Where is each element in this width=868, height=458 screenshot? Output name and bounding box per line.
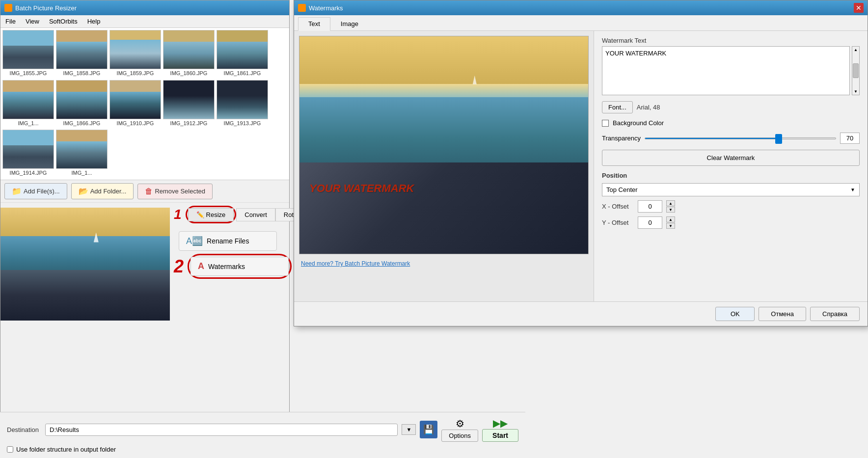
destination-label: Destination	[7, 426, 41, 433]
list-item[interactable]: IMG_1914.JPG	[2, 130, 54, 178]
tab-text[interactable]: Text	[298, 17, 330, 31]
destination-icon[interactable]: 💾	[420, 421, 437, 438]
x-offset-down[interactable]: ▼	[666, 207, 675, 213]
x-offset-input[interactable]	[638, 200, 662, 213]
transparency-slider[interactable]	[645, 137, 836, 139]
ok-button[interactable]: OK	[715, 307, 755, 321]
thumbnail-label: IMG_1914.JPG	[2, 170, 54, 176]
list-item[interactable]: IMG_1910.JPG	[109, 80, 161, 128]
dialog-tab-bar: Text Image	[294, 15, 868, 31]
step-1-label: 1	[174, 207, 182, 222]
remove-selected-label: Remove Selected	[155, 188, 205, 195]
thumbnail-label: IMG_1910.JPG	[109, 120, 161, 126]
font-display: Arial, 48	[637, 104, 660, 111]
destination-dropdown-btn[interactable]: ▼	[402, 424, 416, 435]
dialog-preview-panel: YOUR WATERMARK Need more? Try Batch Pict…	[294, 31, 594, 323]
scrollbar-thumb[interactable]	[853, 63, 859, 78]
menu-softorbits[interactable]: SoftOrbits	[47, 17, 80, 26]
menu-view[interactable]: View	[24, 17, 41, 26]
position-section: Position Top Center ▼ X - Offset ▲ ▼	[602, 172, 860, 229]
watermark-text-input[interactable]	[602, 46, 850, 95]
dialog-preview-image: YOUR WATERMARK	[299, 36, 589, 254]
start-area: ▶▶ Start	[482, 417, 518, 442]
thumbnail-label: IMG_1...	[2, 120, 54, 126]
tab-convert[interactable]: Convert	[236, 208, 275, 221]
dialog-titlebar: Watermarks ✕	[294, 0, 868, 15]
menu-help[interactable]: Help	[85, 17, 103, 26]
x-offset-label: X - Offset	[602, 203, 634, 210]
list-item[interactable]: IMG_1866.JPG	[56, 80, 108, 128]
add-folder-button[interactable]: 📂 Add Folder...	[71, 183, 134, 199]
cancel-button[interactable]: Отмена	[759, 307, 806, 321]
tab-image[interactable]: Image	[330, 17, 369, 30]
list-item[interactable]: IMG_1...	[56, 130, 108, 178]
background-color-checkbox[interactable]	[602, 120, 609, 127]
transparency-value-input[interactable]	[840, 133, 860, 144]
add-files-button[interactable]: 📁 Add File(s)...	[4, 183, 67, 199]
thumbnail-image	[56, 80, 108, 119]
thumbnail-image	[163, 30, 215, 69]
position-dropdown-value: Top Center	[606, 186, 850, 193]
app-window: Batch Picture Resizer File View SoftOrbi…	[0, 0, 290, 458]
list-item[interactable]: IMG_1...	[2, 80, 54, 128]
options-button[interactable]: Options	[441, 430, 478, 442]
watermark-preview-text: YOUR WATERMARK	[309, 182, 414, 195]
thumbnail-label: IMG_1858.JPG	[56, 70, 108, 76]
drive-icon: 💾	[423, 424, 434, 435]
tab-resize[interactable]: ✏️ Resize	[188, 208, 234, 221]
thumbnail-grid: IMG_1855.JPG IMG_1858.JPG IMG_1859.JPG I…	[0, 28, 289, 180]
watermarks-button[interactable]: A Watermarks	[190, 257, 289, 276]
watermarks-dialog: Watermarks ✕ Text Image YOUR WATERMARK	[294, 0, 868, 326]
thumbnail-label: IMG_1855.JPG	[2, 70, 54, 76]
folder-icon: 📂	[79, 187, 88, 196]
app-title: Batch Picture Resizer	[15, 4, 77, 12]
start-button[interactable]: Start	[482, 429, 518, 442]
y-offset-row: Y - Offset ▲ ▼	[602, 216, 860, 229]
thumbnail-image	[217, 30, 268, 69]
help-button[interactable]: Справка	[810, 307, 860, 321]
y-offset-up[interactable]: ▲	[666, 216, 675, 222]
x-offset-up[interactable]: ▲	[666, 200, 675, 206]
thumbnail-image	[217, 80, 268, 119]
list-item[interactable]: IMG_1913.JPG	[217, 80, 268, 128]
list-item[interactable]: IMG_1912.JPG	[163, 80, 215, 128]
resize-icon: ✏️	[196, 211, 204, 218]
scrollbar-up[interactable]: ▲	[854, 48, 858, 52]
list-item[interactable]: IMG_1859.JPG	[109, 30, 161, 78]
dialog-title-area: Watermarks	[298, 4, 343, 12]
dialog-content: YOUR WATERMARK Need more? Try Batch Pict…	[294, 31, 868, 323]
slider-thumb[interactable]	[775, 134, 782, 144]
thumbnail-label: IMG_1860.JPG	[163, 70, 215, 76]
add-folder-label: Add Folder...	[90, 188, 127, 195]
menu-file[interactable]: File	[3, 17, 18, 26]
app-icon	[4, 4, 12, 12]
step-2-label: 2	[174, 256, 184, 277]
watermark-text-label: Watermark Text	[602, 37, 860, 44]
position-dropdown[interactable]: Top Center ▼	[602, 183, 860, 196]
gear-icon: ⚙	[456, 418, 464, 430]
thumbnail-image	[2, 130, 54, 169]
add-files-label: Add File(s)...	[24, 188, 60, 195]
close-button[interactable]: ✕	[854, 3, 864, 13]
destination-input[interactable]	[45, 424, 398, 436]
font-button[interactable]: Font...	[602, 101, 633, 113]
options-area: ⚙ Options	[441, 418, 478, 442]
list-item[interactable]: IMG_1860.JPG	[163, 30, 215, 78]
x-offset-spinner: ▲ ▼	[666, 200, 675, 213]
font-row: Font... Arial, 48	[602, 101, 860, 113]
list-item[interactable]: IMG_1855.JPG	[2, 30, 54, 78]
remove-selected-button[interactable]: 🗑 Remove Selected	[137, 184, 213, 199]
rename-files-button[interactable]: A🔤 Rename Files	[179, 231, 277, 251]
thumbnail-label: IMG_1866.JPG	[56, 120, 108, 126]
batch-watermark-link[interactable]: Need more? Try Batch Picture Watermark	[299, 258, 589, 269]
background-color-label: Background Color	[613, 119, 664, 127]
thumbnail-label: IMG_1912.JPG	[163, 120, 215, 126]
scrollbar-down[interactable]: ▼	[854, 89, 858, 94]
use-folder-structure-checkbox[interactable]	[7, 446, 13, 453]
y-offset-down[interactable]: ▼	[666, 223, 675, 229]
y-offset-input[interactable]	[638, 216, 662, 229]
list-item[interactable]: IMG_1858.JPG	[56, 30, 108, 78]
dialog-icon	[298, 4, 306, 12]
clear-watermark-button[interactable]: Clear Watermark	[602, 150, 860, 166]
list-item[interactable]: IMG_1861.JPG	[217, 30, 268, 78]
